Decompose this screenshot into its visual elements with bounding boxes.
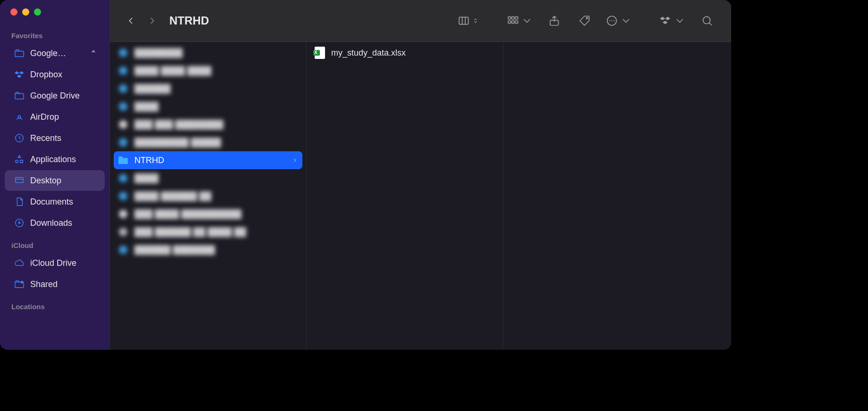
- list-item[interactable]: █████████ █████: [114, 133, 302, 151]
- more-actions-button[interactable]: [606, 12, 632, 30]
- svg-point-18: [609, 20, 610, 21]
- svg-rect-12: [508, 21, 510, 23]
- sidebar-section-locations: Locations: [0, 295, 109, 313]
- sidebar-item-label: Downloads: [30, 218, 97, 228]
- sidebar-item-documents[interactable]: Documents: [5, 191, 105, 212]
- window-title: NTRHD: [169, 14, 209, 27]
- clock-icon: [14, 133, 25, 143]
- cloud-folder-icon: [14, 48, 25, 58]
- minimize-window-button[interactable]: [22, 8, 29, 16]
- tags-button[interactable]: [576, 12, 593, 30]
- svg-point-16: [586, 17, 588, 19]
- svg-rect-9: [508, 16, 510, 19]
- svg-rect-1: [15, 93, 24, 99]
- forward-button[interactable]: [143, 12, 161, 30]
- sidebar: Favorites Google… Dropbox: [0, 0, 110, 350]
- sidebar-item-label: Dropbox: [30, 70, 97, 80]
- main-area: NTRHD: [110, 0, 731, 350]
- shared-folder-icon: [14, 279, 25, 289]
- excel-file-icon: X: [314, 47, 326, 58]
- svg-rect-4: [16, 178, 24, 183]
- list-item-label: my_study_data.xlsx: [331, 48, 495, 58]
- dropbox-toolbar-button[interactable]: [659, 12, 686, 30]
- list-item[interactable]: ████: [114, 169, 302, 187]
- eject-icon[interactable]: [90, 49, 97, 58]
- cloud-folder-icon: [14, 90, 25, 101]
- svg-point-19: [611, 20, 612, 21]
- sidebar-item-airdrop[interactable]: AirDrop: [5, 107, 105, 127]
- sidebar-item-google-eject[interactable]: Google…: [5, 43, 105, 64]
- back-button[interactable]: [122, 12, 140, 30]
- svg-rect-0: [15, 51, 24, 57]
- list-item-ntrhd[interactable]: NTRHD: [114, 151, 302, 169]
- column-1[interactable]: ████████ ████ ████ ████ ██████ ████ ███ …: [110, 42, 307, 350]
- sidebar-item-recents[interactable]: Recents: [5, 128, 105, 148]
- svg-rect-11: [515, 16, 517, 19]
- list-item[interactable]: ██████: [114, 80, 302, 98]
- chevron-right-icon: [291, 157, 299, 163]
- list-item[interactable]: ████ ████ ████: [114, 62, 302, 80]
- svg-rect-8: [459, 17, 468, 24]
- svg-rect-14: [515, 21, 517, 23]
- close-window-button[interactable]: [10, 8, 17, 16]
- list-item[interactable]: ███ ███ ████████: [114, 115, 302, 133]
- sidebar-item-google-drive[interactable]: Google Drive: [5, 85, 105, 106]
- list-item[interactable]: ███ ████ ██████████: [114, 205, 302, 223]
- finder-window: Favorites Google… Dropbox: [0, 0, 731, 350]
- sidebar-section-icloud: iCloud iCloud Drive Shared: [0, 234, 109, 295]
- sidebar-item-dropbox[interactable]: Dropbox: [5, 64, 105, 85]
- column-2[interactable]: X my_study_data.xlsx: [307, 42, 503, 350]
- sidebar-item-icloud-drive[interactable]: iCloud Drive: [5, 253, 105, 273]
- svg-point-20: [613, 20, 614, 21]
- svg-rect-10: [512, 16, 514, 19]
- sidebar-item-downloads[interactable]: Downloads: [5, 213, 105, 233]
- list-item[interactable]: ██████ ███████: [114, 241, 302, 259]
- svg-rect-13: [512, 21, 514, 23]
- list-item[interactable]: ████ ██████ ██: [114, 187, 302, 205]
- svg-point-21: [703, 16, 710, 24]
- list-item[interactable]: ████████: [114, 44, 302, 62]
- sidebar-item-label: Desktop: [30, 176, 97, 186]
- sidebar-section-favorites: Favorites Google… Dropbox: [0, 24, 109, 234]
- list-item-label: NTRHD: [134, 156, 285, 165]
- list-item[interactable]: ████: [114, 98, 302, 115]
- desktop-icon: [14, 175, 25, 186]
- sidebar-header-locations: Locations: [0, 300, 109, 313]
- sidebar-item-label: Recents: [30, 133, 97, 143]
- icloud-icon: [14, 258, 25, 268]
- list-item-my-study-data[interactable]: X my_study_data.xlsx: [310, 44, 499, 62]
- dropbox-icon: [14, 69, 25, 80]
- sidebar-header-favorites: Favorites: [0, 29, 109, 42]
- window-controls: [0, 0, 109, 24]
- column-view: ████████ ████ ████ ████ ██████ ████ ███ …: [110, 42, 731, 350]
- share-button[interactable]: [545, 12, 563, 30]
- sidebar-header-icloud: iCloud: [0, 238, 109, 252]
- list-item[interactable]: ███ ██████ ██ ████ ██: [114, 223, 302, 241]
- svg-rect-23: [118, 156, 123, 159]
- airdrop-icon: [14, 112, 25, 122]
- sidebar-item-applications[interactable]: Applications: [5, 149, 105, 170]
- sidebar-item-label: Documents: [30, 197, 97, 207]
- fullscreen-window-button[interactable]: [34, 8, 41, 16]
- document-icon: [14, 197, 25, 207]
- column-3[interactable]: [503, 42, 731, 350]
- sidebar-item-desktop[interactable]: Desktop: [5, 170, 105, 191]
- download-icon: [14, 218, 25, 228]
- group-by-button[interactable]: [507, 12, 533, 30]
- search-button[interactable]: [698, 12, 716, 30]
- sidebar-item-label: iCloud Drive: [30, 258, 97, 268]
- view-columns-button[interactable]: [458, 12, 479, 30]
- apps-icon: [14, 154, 25, 164]
- folder-icon: [117, 155, 129, 166]
- sidebar-item-label: AirDrop: [30, 112, 97, 122]
- toolbar: NTRHD: [110, 0, 731, 42]
- sidebar-item-label: Google…: [30, 49, 84, 58]
- sidebar-item-label: Shared: [30, 279, 97, 289]
- sidebar-item-label: Applications: [30, 155, 97, 164]
- sidebar-item-shared[interactable]: Shared: [5, 274, 105, 295]
- sidebar-item-label: Google Drive: [30, 91, 97, 101]
- svg-point-7: [21, 281, 24, 284]
